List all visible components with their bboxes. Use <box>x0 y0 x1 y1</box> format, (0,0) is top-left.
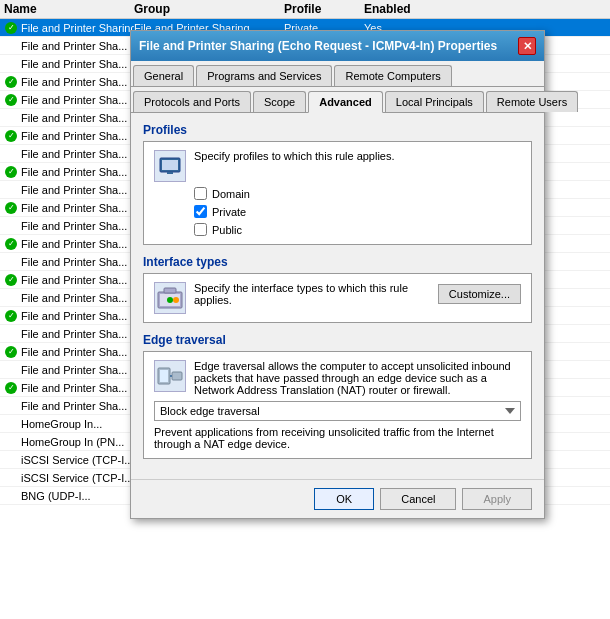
row-icon <box>4 435 18 449</box>
row-icon: ✓ <box>4 129 18 143</box>
row-icon <box>4 489 18 503</box>
interface-icon-row: Specify the interface types to which thi… <box>154 282 430 314</box>
check-icon: ✓ <box>5 166 17 178</box>
tab-remote-users[interactable]: Remote Users <box>486 91 578 112</box>
check-icon: ✓ <box>5 274 17 286</box>
tab-advanced[interactable]: Advanced <box>308 91 383 113</box>
svg-rect-1 <box>162 160 178 170</box>
row-icon: ✓ <box>4 201 18 215</box>
row-icon <box>4 327 18 341</box>
row-name: ✓File and Printer Sha... <box>4 381 134 395</box>
row-icon: ✓ <box>4 309 18 323</box>
tab-protocols[interactable]: Protocols and Ports <box>133 91 251 112</box>
dialog-title: File and Printer Sharing (Echo Request -… <box>139 39 497 53</box>
row-icon <box>4 453 18 467</box>
tab-remote-computers[interactable]: Remote Computers <box>334 65 451 86</box>
svg-rect-2 <box>167 172 173 174</box>
row-name: ✓File and Printer Sha... <box>4 75 134 89</box>
row-name: File and Printer Sha... <box>4 327 134 341</box>
row-icon <box>4 111 18 125</box>
row-name: ✓File and Printer Sha... <box>4 309 134 323</box>
close-button[interactable]: ✕ <box>518 37 536 55</box>
row-icon <box>4 363 18 377</box>
cancel-button[interactable]: Cancel <box>380 488 456 510</box>
profiles-section-title: Profiles <box>143 123 532 137</box>
row-name: ✓File and Printer Sha... <box>4 345 134 359</box>
edge-traversal-section-title: Edge traversal <box>143 333 532 347</box>
row-name: File and Printer Sha... <box>4 147 134 161</box>
check-icon: ✓ <box>5 130 17 142</box>
row-icon: ✓ <box>4 381 18 395</box>
row-name: File and Printer Sha... <box>4 183 134 197</box>
public-label: Public <box>212 224 242 236</box>
dialog-body: Profiles Specify profiles to which this … <box>131 113 544 479</box>
check-icon: ✓ <box>5 22 17 34</box>
domain-checkbox[interactable] <box>194 187 207 200</box>
row-name: iSCSI Service (TCP-I... <box>4 453 134 467</box>
row-icon: ✓ <box>4 93 18 107</box>
row-icon: ✓ <box>4 165 18 179</box>
check-icon: ✓ <box>5 382 17 394</box>
dialog-titlebar: File and Printer Sharing (Echo Request -… <box>131 31 544 61</box>
edge-traversal-dropdown[interactable]: Block edge traversal Allow edge traversa… <box>154 401 521 421</box>
svg-rect-10 <box>172 372 182 380</box>
row-name: ✓File and Printer Sha... <box>4 201 134 215</box>
row-name: File and Printer Sha... <box>4 255 134 269</box>
edge-traversal-dropdown-wrap: Block edge traversal Allow edge traversa… <box>154 401 521 421</box>
col-name-header: Name <box>4 2 134 16</box>
check-icon: ✓ <box>5 94 17 106</box>
svg-rect-9 <box>160 370 168 382</box>
domain-label: Domain <box>212 188 250 200</box>
col-profile-header: Profile <box>284 2 364 16</box>
row-icon <box>4 417 18 431</box>
row-name: ✓File and Printer Sharing (Echo Request … <box>4 21 134 35</box>
row-name: File and Printer Sha... <box>4 291 134 305</box>
tab-scope[interactable]: Scope <box>253 91 306 112</box>
interface-row: Specify the interface types to which thi… <box>154 282 521 314</box>
tab-programs[interactable]: Programs and Services <box>196 65 332 86</box>
row-name: File and Printer Sha... <box>4 39 134 53</box>
edge-icon-row: Edge traversal allows the computer to ac… <box>154 360 521 396</box>
tabs-row-2: Protocols and Ports Scope Advanced Local… <box>131 87 544 113</box>
row-icon: ✓ <box>4 273 18 287</box>
tab-local-principals[interactable]: Local Principals <box>385 91 484 112</box>
public-checkbox[interactable] <box>194 223 207 236</box>
row-name: HomeGroup In (PN... <box>4 435 134 449</box>
profiles-icon-row: Specify profiles to which this rule appl… <box>154 150 521 182</box>
row-name: ✓File and Printer Sha... <box>4 273 134 287</box>
ok-button[interactable]: OK <box>314 488 374 510</box>
svg-point-6 <box>173 297 179 303</box>
col-group-header: Group <box>134 2 284 16</box>
apply-button[interactable]: Apply <box>462 488 532 510</box>
row-name: ✓File and Printer Sha... <box>4 93 134 107</box>
row-name: iSCSI Service (TCP-I... <box>4 471 134 485</box>
row-icon <box>4 291 18 305</box>
row-icon: ✓ <box>4 237 18 251</box>
row-icon <box>4 219 18 233</box>
interface-section-title: Interface types <box>143 255 532 269</box>
tabs-row-1: General Programs and Services Remote Com… <box>131 61 544 87</box>
edge-traversal-section: Edge traversal allows the computer to ac… <box>143 351 532 459</box>
row-icon <box>4 399 18 413</box>
row-name: ✓File and Printer Sha... <box>4 237 134 251</box>
profiles-section: Specify profiles to which this rule appl… <box>143 141 532 245</box>
table-header: Name Group Profile Enabled <box>0 0 610 19</box>
svg-rect-5 <box>164 288 176 293</box>
row-icon: ✓ <box>4 75 18 89</box>
customize-button[interactable]: Customize... <box>438 284 521 304</box>
row-icon <box>4 471 18 485</box>
row-name: ✓File and Printer Sha... <box>4 165 134 179</box>
row-name: File and Printer Sha... <box>4 111 134 125</box>
row-icon <box>4 255 18 269</box>
domain-checkbox-row: Domain <box>194 187 521 200</box>
edge-icon <box>154 360 186 392</box>
private-label: Private <box>212 206 246 218</box>
row-name: BNG (UDP-I... <box>4 489 134 503</box>
private-checkbox[interactable] <box>194 205 207 218</box>
row-name: File and Printer Sha... <box>4 399 134 413</box>
check-icon: ✓ <box>5 346 17 358</box>
row-name: File and Printer Sha... <box>4 363 134 377</box>
tab-general[interactable]: General <box>133 65 194 86</box>
row-name: File and Printer Sha... <box>4 57 134 71</box>
row-icon <box>4 57 18 71</box>
